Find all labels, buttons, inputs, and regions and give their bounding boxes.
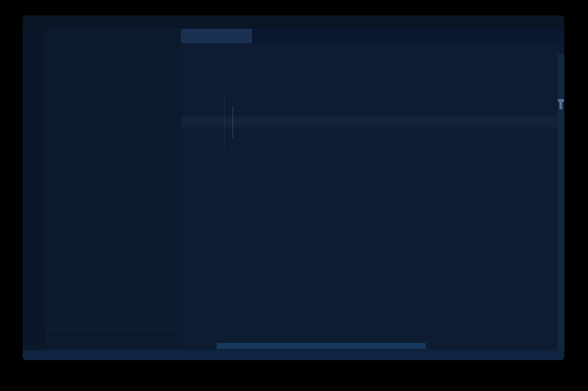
minimize-window-button[interactable]	[37, 19, 42, 24]
current-line-highlight	[181, 117, 557, 127]
explorer-sidebar	[46, 29, 181, 350]
desktop: { "window": { "title": "index.tsx — pnpm…	[0, 0, 588, 391]
maximize-window-button[interactable]	[45, 19, 50, 24]
status-bar	[23, 350, 564, 360]
breadcrumb	[181, 43, 564, 54]
file-tree	[46, 43, 181, 328]
overview-ruler-marker	[559, 102, 562, 109]
code-editor[interactable]	[181, 54, 564, 350]
indent-guide-active	[232, 106, 233, 138]
timeline-section-header[interactable]	[46, 339, 181, 350]
close-window-button[interactable]	[28, 19, 33, 24]
overview-ruler-marker	[558, 99, 564, 102]
outline-section-header[interactable]	[46, 328, 181, 339]
horizontal-scrollbar[interactable]	[217, 343, 426, 349]
tab-bar	[181, 29, 564, 43]
indent-guide	[224, 96, 225, 148]
sidebar-header	[46, 29, 181, 43]
tab-index-tsx[interactable]	[181, 29, 252, 43]
activity-bar	[23, 29, 46, 350]
workbench	[23, 29, 564, 350]
overview-ruler[interactable]	[557, 54, 564, 350]
editor-group	[181, 29, 564, 350]
vscode-window	[23, 15, 564, 360]
title-bar[interactable]	[23, 15, 564, 29]
window-controls	[28, 19, 50, 24]
